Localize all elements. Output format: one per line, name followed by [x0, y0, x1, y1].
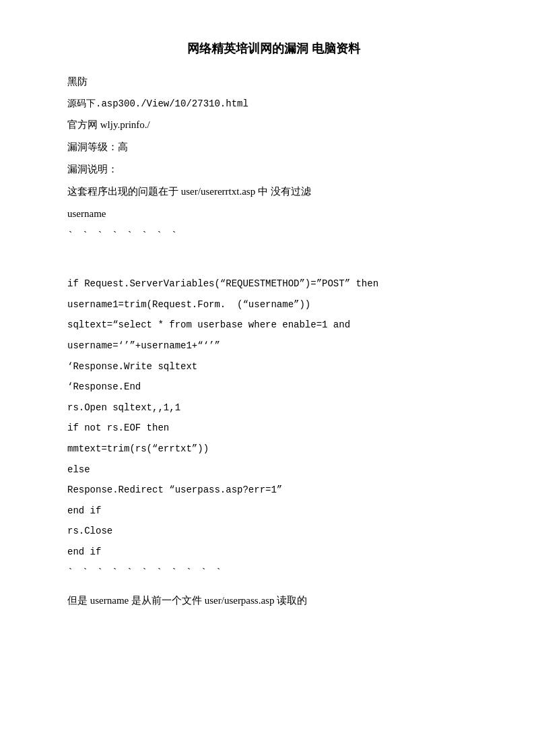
source-url: 源码下.asp300./View/10/27310.html	[67, 95, 480, 113]
code-line-7: ‘Response.End	[67, 378, 480, 396]
code-line-9: if not rs.EOF then	[67, 419, 480, 437]
code-line-3: username1=trim(Request.Form. (“username”…	[67, 296, 480, 314]
vuln-level: 漏洞等级：高	[67, 138, 480, 156]
code-line-6: ‘Response.Write sqltext	[67, 358, 480, 376]
code-line-1	[67, 255, 480, 273]
code-section: if Request.ServerVariables(“REQUESTMETHO…	[67, 255, 480, 561]
code-line-13: end if	[67, 502, 480, 520]
vuln-desc-label: 漏洞说明：	[67, 160, 480, 179]
code-line-8: rs.Open sqltext,,1,1	[67, 399, 480, 417]
code-line-10: mmtext=trim(rs(“errtxt”))	[67, 440, 480, 458]
code-line-4: sqltext=“select * from userbase where en…	[67, 316, 480, 334]
page-title: 网络精英培训网的漏洞 电脑资料	[67, 40, 480, 57]
source-label: 黑防	[67, 73, 480, 91]
code-line-14: rs.Close	[67, 522, 480, 540]
code-line-5: username=‘’”+username1+“‘’”	[67, 337, 480, 355]
official-site: 官方网 wljy.prinfo./	[67, 116, 480, 134]
vuln-desc-text: 这套程序出现的问题在于 user/usererrtxt.asp 中 没有过滤	[67, 183, 480, 201]
code-line-15: end if	[67, 543, 480, 561]
code-line-2: if Request.ServerVariables(“REQUESTMETHO…	[67, 275, 480, 293]
code-line-11: else	[67, 461, 480, 479]
dots2: ` ` ` ` ` ` ` ` ` ` `	[67, 564, 480, 582]
dots1: ` ` ` ` ` ` ` `	[67, 227, 480, 245]
code-line-12: Response.Redirect “userpass.asp?err=1”	[67, 481, 480, 499]
footer-text: 但是 username 是从前一个文件 user/userpass.asp 读取…	[67, 592, 480, 610]
username-text: username	[67, 205, 480, 223]
